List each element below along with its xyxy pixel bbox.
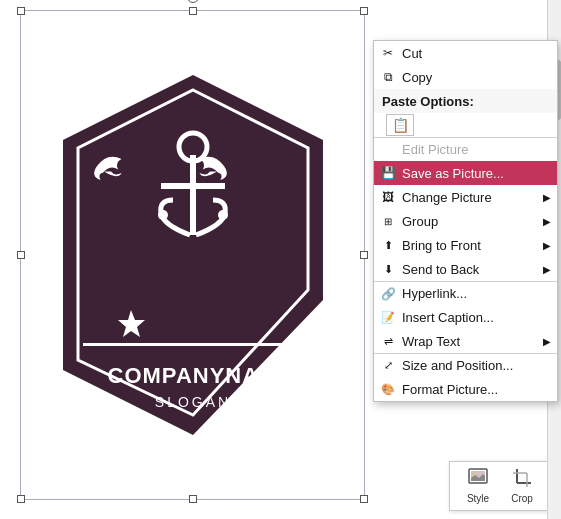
menu-item-format-picture[interactable]: 🎨 Format Picture... bbox=[374, 377, 557, 401]
svg-text:COMPANYNAM: COMPANYNAM bbox=[107, 363, 278, 388]
menu-item-wrap-text[interactable]: ⇌ Wrap Text ▶ bbox=[374, 329, 557, 353]
bottom-toolbar: Style Crop bbox=[449, 461, 551, 511]
send-back-arrow: ▶ bbox=[543, 264, 551, 275]
menu-item-hyperlink[interactable]: 🔗 Hyperlink... bbox=[374, 281, 557, 305]
menu-item-copy[interactable]: ⧉ Copy bbox=[374, 65, 557, 89]
handle-bottom-right[interactable] bbox=[360, 495, 368, 503]
group-arrow: ▶ bbox=[543, 216, 551, 227]
paste-icon-row[interactable]: 📋 bbox=[374, 113, 557, 137]
style-icon bbox=[468, 468, 488, 491]
paste-icon-button[interactable]: 📋 bbox=[386, 114, 414, 136]
format-picture-icon: 🎨 bbox=[380, 381, 396, 397]
handle-top-center[interactable] bbox=[189, 7, 197, 15]
wrap-text-arrow: ▶ bbox=[543, 336, 551, 347]
crop-button[interactable]: Crop bbox=[500, 466, 544, 506]
handle-bottom-center[interactable] bbox=[189, 495, 197, 503]
bring-front-arrow: ▶ bbox=[543, 240, 551, 251]
handle-top-left[interactable] bbox=[17, 7, 25, 15]
svg-rect-8 bbox=[83, 343, 303, 346]
paste-options-label: Paste Options: bbox=[374, 89, 557, 113]
style-button[interactable]: Style bbox=[456, 466, 500, 506]
insert-caption-icon: 📝 bbox=[380, 309, 396, 325]
handle-middle-right[interactable] bbox=[360, 251, 368, 259]
group-icon: ⊞ bbox=[380, 213, 396, 229]
size-position-icon: ⤢ bbox=[380, 358, 396, 374]
canvas-area: COMPANYNAM SLOGAN ✂ Cut ⧉ Copy Paste Opt… bbox=[0, 0, 561, 519]
menu-item-bring-to-front[interactable]: ⬆ Bring to Front ▶ bbox=[374, 233, 557, 257]
menu-item-group[interactable]: ⊞ Group ▶ bbox=[374, 209, 557, 233]
hyperlink-icon: 🔗 bbox=[380, 286, 396, 302]
logo-image-container[interactable]: COMPANYNAM SLOGAN bbox=[20, 10, 365, 500]
change-picture-icon: 🖼 bbox=[380, 189, 396, 205]
wrap-text-icon: ⇌ bbox=[380, 333, 396, 349]
cut-icon: ✂ bbox=[380, 45, 396, 61]
paste-icon: 📋 bbox=[392, 117, 409, 133]
logo-svg-wrapper: COMPANYNAM SLOGAN bbox=[43, 35, 343, 475]
menu-item-size-position[interactable]: ⤢ Size and Position... bbox=[374, 353, 557, 377]
send-back-icon: ⬇ bbox=[380, 261, 396, 277]
menu-item-edit-picture: Edit Picture bbox=[374, 137, 557, 161]
svg-rect-3 bbox=[190, 155, 196, 235]
change-picture-arrow: ▶ bbox=[543, 192, 551, 203]
crop-label: Crop bbox=[511, 493, 533, 504]
svg-point-6 bbox=[218, 210, 228, 220]
save-picture-icon: 💾 bbox=[380, 165, 396, 181]
handle-bottom-left[interactable] bbox=[17, 495, 25, 503]
rotate-handle[interactable] bbox=[187, 0, 199, 3]
svg-point-5 bbox=[158, 210, 168, 220]
crop-icon bbox=[512, 468, 532, 491]
handle-top-right[interactable] bbox=[360, 7, 368, 15]
context-menu: ✂ Cut ⧉ Copy Paste Options: 📋 Edit Pictu… bbox=[373, 40, 558, 402]
bring-front-icon: ⬆ bbox=[380, 237, 396, 253]
menu-item-insert-caption[interactable]: 📝 Insert Caption... bbox=[374, 305, 557, 329]
menu-item-save-as-picture[interactable]: 💾 Save as Picture... bbox=[374, 161, 557, 185]
svg-point-13 bbox=[473, 473, 476, 476]
svg-text:SLOGAN: SLOGAN bbox=[154, 394, 230, 410]
style-label: Style bbox=[467, 493, 489, 504]
handle-middle-left[interactable] bbox=[17, 251, 25, 259]
menu-item-cut[interactable]: ✂ Cut bbox=[374, 41, 557, 65]
copy-icon: ⧉ bbox=[380, 69, 396, 85]
menu-item-send-to-back[interactable]: ⬇ Send to Back ▶ bbox=[374, 257, 557, 281]
menu-item-change-picture[interactable]: 🖼 Change Picture ▶ bbox=[374, 185, 557, 209]
svg-rect-4 bbox=[161, 183, 225, 189]
